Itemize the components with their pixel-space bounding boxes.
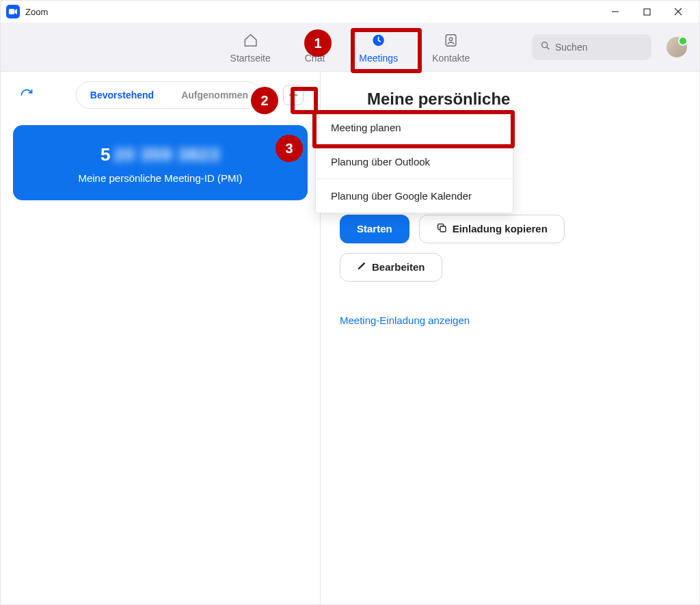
pmi-label: Meine persönliche Meeting-ID (PMI)	[27, 172, 294, 184]
search-icon	[540, 40, 551, 53]
svg-rect-0	[9, 9, 14, 14]
chat-icon	[306, 31, 325, 50]
maximize-button[interactable]	[631, 1, 662, 23]
tab-home[interactable]: Startseite	[225, 28, 276, 66]
close-button[interactable]	[662, 1, 694, 23]
pmi-card[interactable]: 520 359 3823 Meine persönliche Meeting-I…	[13, 125, 308, 200]
dd-item-schedule[interactable]: Meeting planen	[316, 111, 513, 144]
zoom-logo-icon	[6, 5, 20, 18]
pencil-icon	[357, 261, 366, 273]
tab-meetings-label: Meetings	[359, 53, 398, 64]
dd-item-outlook[interactable]: Planung über Outlook	[316, 144, 513, 178]
edit-button[interactable]: Bearbeiten	[340, 253, 442, 282]
tab-meetings[interactable]: Meetings	[353, 28, 403, 66]
titlebar: Zoom	[1, 1, 699, 23]
pmi-number: 520 359 3823	[27, 144, 294, 165]
seg-recorded[interactable]: Aufgenommen	[167, 83, 261, 107]
minimize-button[interactable]	[600, 1, 631, 23]
tab-contacts-label: Kontakte	[432, 53, 470, 64]
svg-point-7	[449, 37, 453, 40]
copy-icon	[436, 222, 447, 235]
avatar[interactable]	[667, 37, 687, 57]
refresh-button[interactable]	[17, 85, 36, 105]
show-invitation-link[interactable]: Meeting-Einladung anzeigen	[340, 314, 680, 326]
tab-chat-label: Chat	[305, 53, 325, 64]
segmented-control: Bevorstehend Aufgenommen	[76, 81, 261, 109]
start-button-label: Starten	[357, 223, 392, 234]
start-button[interactable]: Starten	[340, 215, 409, 243]
seg-upcoming[interactable]: Bevorstehend	[77, 83, 167, 107]
search-placeholder: Suchen	[555, 42, 587, 53]
home-icon	[241, 31, 260, 50]
add-dropdown: Meeting planen Planung über Outlook Plan…	[315, 110, 513, 213]
tab-contacts[interactable]: Kontakte	[427, 28, 475, 66]
window-title: Zoom	[25, 7, 48, 17]
left-pane: Bevorstehend Aufgenommen 520 359 3823 Me…	[1, 72, 321, 604]
search-input[interactable]: Suchen	[532, 34, 651, 60]
copy-invitation-button[interactable]: Einladung kopieren	[419, 215, 565, 243]
svg-point-8	[542, 42, 548, 48]
copy-button-label: Einladung kopieren	[453, 223, 548, 234]
top-nav: Startseite Chat Meetings Kontakte Suchen	[1, 23, 699, 72]
tab-home-label: Startseite	[230, 53, 271, 64]
dd-item-google[interactable]: Planung über Google Kalender	[316, 178, 513, 213]
clock-icon	[369, 31, 388, 50]
svg-rect-2	[644, 9, 650, 15]
svg-rect-13	[440, 226, 446, 232]
edit-button-label: Bearbeiten	[372, 261, 425, 273]
tab-chat[interactable]: Chat	[299, 28, 331, 66]
contacts-icon	[442, 31, 461, 50]
add-meeting-button[interactable]	[283, 85, 304, 105]
svg-line-9	[547, 47, 549, 49]
